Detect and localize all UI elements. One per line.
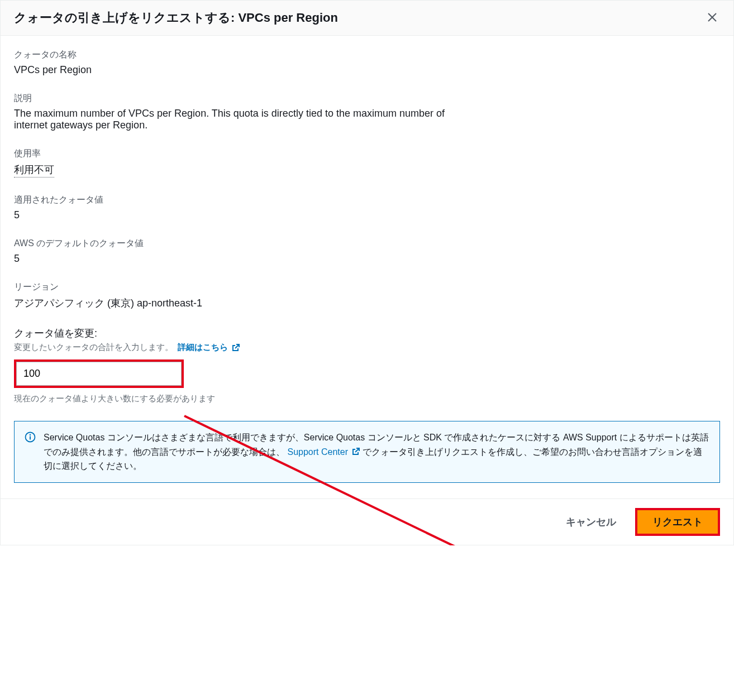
quota-input-highlight xyxy=(14,359,184,388)
applied-quota-value: 5 xyxy=(14,209,720,221)
support-center-link[interactable]: Support Center xyxy=(287,445,360,459)
description-group: 説明 The maximum number of VPCs per Region… xyxy=(14,93,720,131)
external-link-icon xyxy=(231,343,240,352)
learn-more-link[interactable]: 詳細はこちら xyxy=(178,342,240,353)
region-group: リージョン アジアパシフィック (東京) ap-northeast-1 xyxy=(14,281,720,310)
modal-header: クォータの引き上げをリクエストする: VPCs per Region xyxy=(1,1,733,36)
close-icon xyxy=(707,12,717,24)
quota-value-input[interactable] xyxy=(16,362,182,386)
default-quota-label: AWS のデフォルトのクォータ値 xyxy=(14,238,720,250)
modal-title: クォータの引き上げをリクエストする: VPCs per Region xyxy=(14,9,338,26)
change-quota-help: 変更したいクォータの合計を入力します。 xyxy=(14,342,173,353)
change-quota-section: クォータ値を変更: 変更したいクォータの合計を入力します。 詳細はこちら xyxy=(14,327,720,404)
modal-footer: キャンセル リクエスト xyxy=(1,498,733,545)
cancel-button[interactable]: キャンセル xyxy=(560,511,622,533)
learn-more-text: 詳細はこちら xyxy=(178,342,228,353)
quota-name-label: クォータの名称 xyxy=(14,49,720,61)
description-value: The maximum number of VPCs per Region. T… xyxy=(14,108,450,131)
external-link-icon xyxy=(351,447,360,456)
support-center-text: Support Center xyxy=(287,445,348,459)
info-icon xyxy=(25,430,36,473)
description-label: 説明 xyxy=(14,93,720,104)
usage-value: 利用不可 xyxy=(14,163,720,178)
usage-group: 使用率 利用不可 xyxy=(14,148,720,178)
quota-name-group: クォータの名称 VPCs per Region xyxy=(14,49,720,76)
change-quota-title: クォータ値を変更: xyxy=(14,327,720,340)
region-value: アジアパシフィック (東京) ap-northeast-1 xyxy=(14,296,720,310)
quota-name-value: VPCs per Region xyxy=(14,64,720,76)
quota-constraint-text: 現在のクォータ値より大きい数にする必要があります xyxy=(14,394,720,404)
applied-quota-group: 適用されたクォータ値 5 xyxy=(14,194,720,221)
help-row: 変更したいクォータの合計を入力します。 詳細はこちら xyxy=(14,342,720,353)
request-button[interactable]: リクエスト xyxy=(637,510,718,534)
close-button[interactable] xyxy=(704,10,720,26)
default-quota-group: AWS のデフォルトのクォータ値 5 xyxy=(14,238,720,265)
info-text: Service Quotas コンソールはさまざまな言語で利用できますが、Ser… xyxy=(44,430,709,473)
svg-rect-4 xyxy=(30,437,31,440)
usage-label: 使用率 xyxy=(14,148,720,160)
language-info-box: Service Quotas コンソールはさまざまな言語で利用できますが、Ser… xyxy=(14,421,720,483)
quota-increase-modal: クォータの引き上げをリクエストする: VPCs per Region クォータの… xyxy=(0,0,734,545)
submit-button-highlight: リクエスト xyxy=(635,508,720,536)
usage-value-text: 利用不可 xyxy=(14,163,54,178)
default-quota-value: 5 xyxy=(14,253,720,265)
svg-point-3 xyxy=(30,434,31,436)
modal-body: クォータの名称 VPCs per Region 説明 The maximum n… xyxy=(1,36,733,498)
applied-quota-label: 適用されたクォータ値 xyxy=(14,194,720,206)
region-label: リージョン xyxy=(14,281,720,293)
